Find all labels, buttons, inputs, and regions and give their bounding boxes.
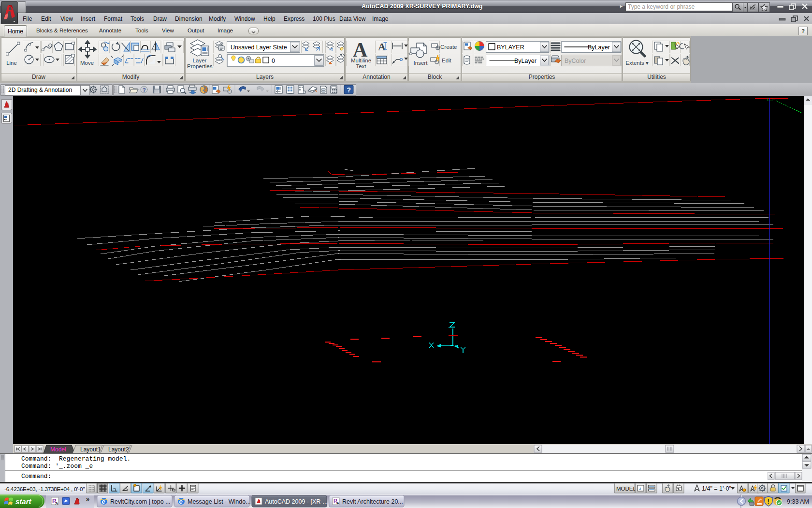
- svg-text:BYLAYER: BYLAYER: [497, 44, 524, 51]
- svg-text:Message List - Windo...: Message List - Windo...: [188, 498, 251, 505]
- svg-text:start: start: [15, 497, 32, 506]
- svg-text:!: !: [768, 498, 769, 505]
- svg-text:AutoCAD 2009 - [XR-...: AutoCAD 2009 - [XR-...: [265, 498, 328, 505]
- svg-text:ByColor: ByColor: [565, 58, 586, 64]
- svg-text:A: A: [56, 501, 58, 506]
- svg-text:»: »: [86, 495, 89, 503]
- svg-text:Layout1: Layout1: [80, 446, 101, 453]
- svg-text:?: ?: [347, 86, 351, 94]
- svg-text:1/4" = 1'-0": 1/4" = 1'-0": [702, 485, 731, 492]
- svg-text:A: A: [353, 39, 368, 61]
- svg-text:ByLayer: ByLayer: [514, 58, 536, 64]
- svg-text:Model: Model: [50, 446, 66, 453]
- svg-text:RevitCity.com | topo ...: RevitCity.com | topo ...: [110, 498, 171, 505]
- svg-text:9:33 AM: 9:33 AM: [787, 498, 809, 505]
- svg-text:?: ?: [143, 87, 146, 93]
- svg-text:Unsaved Layer State: Unsaved Layer State: [231, 44, 287, 51]
- svg-text:Layout2: Layout2: [108, 446, 129, 453]
- svg-text:A: A: [336, 501, 339, 505]
- svg-text:MODEL: MODEL: [616, 486, 637, 492]
- svg-text:Revit Architecture 20...: Revit Architecture 20...: [342, 498, 403, 505]
- svg-text:0: 0: [272, 58, 275, 64]
- svg-text:ByLayer: ByLayer: [588, 44, 610, 51]
